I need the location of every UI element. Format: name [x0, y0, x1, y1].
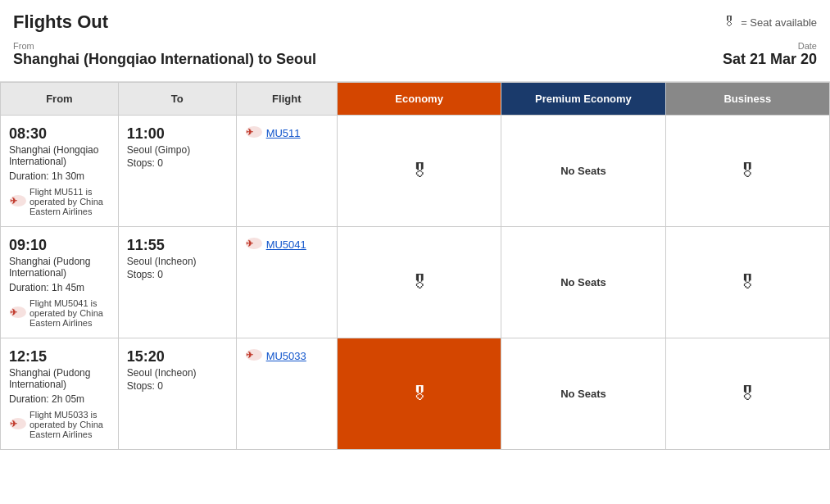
- economy-cell[interactable]: 🎖: [337, 227, 501, 338]
- arrive-time: 11:00: [127, 125, 228, 143]
- from-cell: 08:30 Shanghai (Hongqiao International) …: [1, 116, 119, 227]
- economy-cell[interactable]: 🎖: [337, 116, 501, 227]
- col-premium-economy: Premium Economy: [501, 83, 665, 116]
- title-row: Flights Out 🎖 = Seat available: [13, 11, 817, 33]
- to-cell: 11:55 Seoul (Incheon) Stops: 0: [118, 227, 236, 338]
- airline-note-text: Flight MU5041 is operated by China Easte…: [29, 298, 110, 328]
- seat-legend: 🎖 = Seat available: [723, 15, 817, 30]
- flight-number-link[interactable]: MU5033: [266, 350, 306, 362]
- svg-text:✈: ✈: [246, 127, 254, 137]
- business-seat-icon: 🎖: [738, 161, 756, 181]
- header-section: Flights Out 🎖 = Seat available From Shan…: [0, 0, 830, 82]
- flight-number-link[interactable]: MU5041: [266, 238, 306, 251]
- business-seat-icon: 🎖: [738, 384, 756, 404]
- col-to: To: [118, 83, 236, 116]
- to-airport: Seoul (Incheon): [127, 256, 228, 267]
- depart-time: 12:15: [9, 348, 110, 366]
- flight-airline-icon: ✈: [245, 348, 263, 364]
- stops: Stops: 0: [127, 157, 228, 169]
- svg-text:✈: ✈: [10, 196, 18, 206]
- stops: Stops: 0: [127, 380, 228, 392]
- from-airport: Shanghai (Hongqiao International): [9, 144, 110, 167]
- table-header-row: From To Flight Economy Premium Economy B…: [1, 83, 830, 116]
- from-airport: Shanghai (Pudong International): [9, 367, 110, 390]
- from-cell: 09:10 Shanghai (Pudong International) Du…: [1, 227, 119, 338]
- depart-time: 09:10: [9, 237, 110, 254]
- table-row: 09:10 Shanghai (Pudong International) Du…: [1, 227, 830, 338]
- table-row: 08:30 Shanghai (Hongqiao International) …: [1, 116, 830, 227]
- arrive-time: 15:20: [127, 348, 228, 366]
- airline-note-text: Flight MU511 is operated by China Easter…: [29, 187, 110, 216]
- business-seat-icon: 🎖: [738, 272, 756, 293]
- from-label: From: [13, 41, 316, 51]
- svg-text:✈: ✈: [246, 350, 254, 360]
- premium-no-seats: No Seats: [560, 276, 606, 288]
- from-cell: 12:15 Shanghai (Pudong International) Du…: [1, 338, 119, 450]
- svg-text:✈: ✈: [10, 419, 18, 429]
- route-row: From Shanghai (Hongqiao International) t…: [13, 41, 817, 76]
- seat-legend-icon: 🎖: [723, 15, 736, 30]
- depart-time: 08:30: [9, 125, 110, 143]
- airline-note: ✈ Flight MU511 is operated by China East…: [9, 187, 110, 216]
- to-airport: Seoul (Gimpo): [127, 144, 228, 156]
- stops: Stops: 0: [127, 269, 228, 280]
- business-cell[interactable]: 🎖: [665, 116, 829, 227]
- duration: Duration: 1h 45m: [9, 282, 110, 293]
- to-cell: 11:00 Seoul (Gimpo) Stops: 0: [118, 116, 236, 227]
- business-cell[interactable]: 🎖: [665, 338, 829, 450]
- arrive-time: 11:55: [127, 237, 228, 254]
- airline-logo-icon: ✈: [9, 417, 27, 432]
- to-cell: 15:20 Seoul (Incheon) Stops: 0: [118, 338, 236, 450]
- flight-number-link[interactable]: MU511: [266, 127, 301, 139]
- date-text: Sat 21 Mar 20: [723, 51, 817, 68]
- economy-seat-icon: 🎖: [410, 384, 429, 404]
- from-info: From Shanghai (Hongqiao International) t…: [13, 41, 316, 68]
- economy-seat-icon: 🎖: [410, 272, 429, 293]
- premium-cell: No Seats: [501, 116, 665, 227]
- economy-cell[interactable]: 🎖: [337, 338, 501, 450]
- svg-text:✈: ✈: [246, 238, 254, 248]
- seat-legend-text: = Seat available: [741, 16, 817, 29]
- table-row: 12:15 Shanghai (Pudong International) Du…: [1, 338, 830, 450]
- to-airport: Seoul (Incheon): [127, 367, 228, 379]
- premium-no-seats: No Seats: [560, 165, 606, 177]
- flights-table: From To Flight Economy Premium Economy B…: [0, 82, 830, 450]
- airline-logo-icon: ✈: [9, 194, 27, 209]
- flight-cell: ✈ MU5041: [236, 227, 337, 338]
- page-title: Flights Out: [13, 11, 108, 33]
- business-cell[interactable]: 🎖: [665, 227, 829, 338]
- col-economy: Economy: [337, 83, 501, 116]
- flight-airline-icon: ✈: [245, 125, 263, 141]
- airline-logo-icon: ✈: [9, 306, 27, 320]
- from-airport: Shanghai (Pudong International): [9, 256, 110, 279]
- airline-note: ✈ Flight MU5033 is operated by China Eas…: [9, 410, 110, 439]
- col-from: From: [1, 83, 119, 116]
- airline-note: ✈ Flight MU5041 is operated by China Eas…: [9, 298, 110, 328]
- flight-airline-icon: ✈: [245, 237, 263, 252]
- premium-cell: No Seats: [501, 227, 665, 338]
- col-flight: Flight: [236, 83, 337, 116]
- airline-note-text: Flight MU5033 is operated by China Easte…: [29, 410, 110, 439]
- col-business: Business: [665, 83, 829, 116]
- svg-text:✈: ✈: [10, 307, 18, 317]
- premium-cell: No Seats: [501, 338, 665, 450]
- economy-seat-icon: 🎖: [410, 161, 429, 181]
- flight-cell: ✈ MU511: [236, 116, 337, 227]
- duration: Duration: 2h 05m: [9, 393, 110, 405]
- route-text: Shanghai (Hongqiao International) to Seo…: [13, 51, 316, 68]
- flight-cell: ✈ MU5033: [236, 338, 337, 450]
- date-label: Date: [723, 41, 817, 51]
- date-info: Date Sat 21 Mar 20: [723, 41, 817, 68]
- duration: Duration: 1h 30m: [9, 170, 110, 182]
- premium-no-seats: No Seats: [560, 388, 606, 400]
